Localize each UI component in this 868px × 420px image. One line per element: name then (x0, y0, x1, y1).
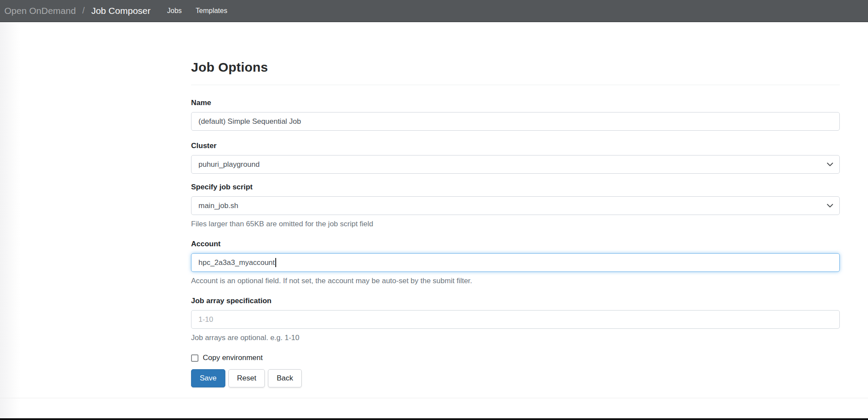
copy-environment-label: Copy environment (203, 354, 263, 362)
nav-link-templates[interactable]: Templates (189, 4, 234, 17)
back-button[interactable]: Back (268, 369, 302, 387)
job-array-field-group: Job array specification Job arrays are o… (191, 297, 840, 342)
cluster-label: Cluster (191, 142, 840, 150)
job-script-help-text: Files larger than 65KB are omitted for t… (191, 220, 840, 228)
title-divider (191, 85, 840, 85)
app-title-link[interactable]: Job Composer (91, 6, 151, 16)
save-button[interactable]: Save (191, 369, 225, 387)
job-array-input[interactable] (191, 310, 840, 329)
navbar-links: Jobs Templates (160, 4, 234, 17)
window-bottom-edge (0, 418, 868, 420)
job-array-label: Job array specification (191, 297, 840, 305)
left-edge-shadow (0, 22, 20, 418)
cluster-select[interactable]: puhuri_playground (191, 155, 840, 174)
top-navbar: Open OnDemand / Job Composer Jobs Templa… (0, 0, 868, 22)
brand-link[interactable]: Open OnDemand (4, 6, 76, 16)
page-title: Job Options (191, 61, 840, 74)
job-script-field-group: Specify job script main_job.sh Files lar… (191, 183, 840, 228)
job-options-panel: Job Options Name Cluster puhuri_playgrou… (191, 22, 840, 387)
account-field-group: Account hpc_2a3a3_myaccount Account is a… (191, 240, 840, 285)
account-help-text: Account is an optional field. If not set… (191, 277, 840, 285)
reset-button[interactable]: Reset (228, 369, 265, 387)
text-caret (275, 258, 276, 267)
form-actions: Save Reset Back (191, 369, 840, 387)
footer-divider (0, 398, 868, 398)
account-input[interactable]: hpc_2a3a3_myaccount (191, 253, 840, 272)
cluster-field-group: Cluster puhuri_playground (191, 142, 840, 174)
name-input[interactable] (191, 112, 840, 131)
name-field-group: Name (191, 99, 840, 131)
job-array-help-text: Job arrays are optional. e.g. 1-10 (191, 334, 840, 342)
nav-link-jobs[interactable]: Jobs (160, 4, 189, 17)
account-input-value: hpc_2a3a3_myaccount (198, 258, 275, 267)
name-label: Name (191, 99, 840, 107)
job-options-form: Name Cluster puhuri_playground Specify j… (191, 99, 840, 387)
copy-environment-checkbox[interactable] (191, 354, 198, 362)
copy-environment-row: Copy environment (191, 354, 840, 362)
account-label: Account (191, 240, 840, 248)
breadcrumb-separator: / (83, 6, 85, 16)
job-script-select[interactable]: main_job.sh (191, 196, 840, 215)
job-script-label: Specify job script (191, 183, 840, 192)
